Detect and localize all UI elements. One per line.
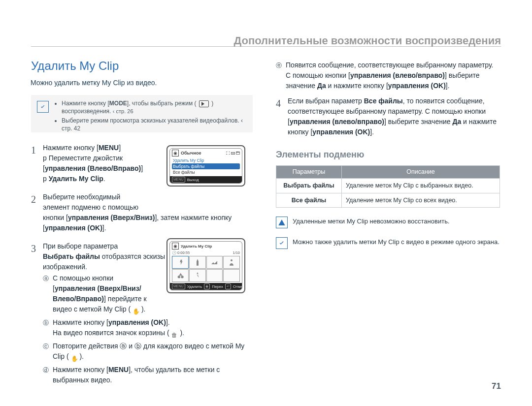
step-4-text: Если выбран параметр Все файлы, то появи… <box>288 96 500 137</box>
check-icon <box>276 237 288 249</box>
sub-b: Нажмите кнопку [управления (OK)]. На вид… <box>53 317 253 338</box>
note-box: Нажмите кнопку [MODE], чтобы выбрать реж… <box>31 95 253 132</box>
note-bullet: Нажмите кнопку [MODE], чтобы выбрать реж… <box>62 100 248 115</box>
sub-e: Появится сообщение, соответствующее выбр… <box>286 60 500 91</box>
svg-point-2 <box>181 276 183 278</box>
play-icon: ◉ <box>172 150 179 156</box>
step-2: 2 Выберите необходимый элемент подменю с… <box>31 192 253 233</box>
page-header: Дополнительные возможности воспроизведен… <box>234 34 501 47</box>
warning-1: Удаленные метки My Clip невозможно восст… <box>276 217 500 228</box>
play-icon: ◉ <box>172 243 179 250</box>
alert-icon <box>276 217 288 228</box>
camera-screenshot-2: ◉ Удалить My Clip 🕓 0:00:55 1/10 MENUУда… <box>164 238 245 293</box>
sub-d: Нажмите кнопку [MENU], чтобы удалить все… <box>53 365 253 385</box>
warning-2: Можно также удалить метки My Clip с виде… <box>276 237 500 249</box>
step-4: 4 Если выбран параметр Все файлы, то поя… <box>276 96 500 137</box>
check-icon <box>37 101 49 113</box>
svg-point-0 <box>231 259 233 261</box>
svg-point-3 <box>197 273 198 274</box>
submenu-heading: Элементы подменю <box>276 148 500 161</box>
svg-point-1 <box>178 276 180 278</box>
note-bullet: Выберите режим просмотра эскизных указат… <box>62 117 248 132</box>
intro-text: Можно удалить метку My Clip из видео. <box>31 79 157 87</box>
submenu-table: Параметры Описание Выбрать файлы Удалени… <box>276 165 500 208</box>
camera-screenshot-1: ◉ Обычное ⛶ 🖂 🗔 Удалить My Clip Выбрать … <box>164 145 245 187</box>
step-2-text: Выберите необходимый элемент подменю с п… <box>43 192 253 233</box>
sub-c: Повторите действия ⓐ и ⓑ для каждого вид… <box>53 341 253 362</box>
section-title: Удалить My Clip <box>31 59 119 73</box>
right-column: ⓔПоявится сообщение, соответствующее выб… <box>276 59 500 249</box>
page-number: 71 <box>492 381 501 391</box>
